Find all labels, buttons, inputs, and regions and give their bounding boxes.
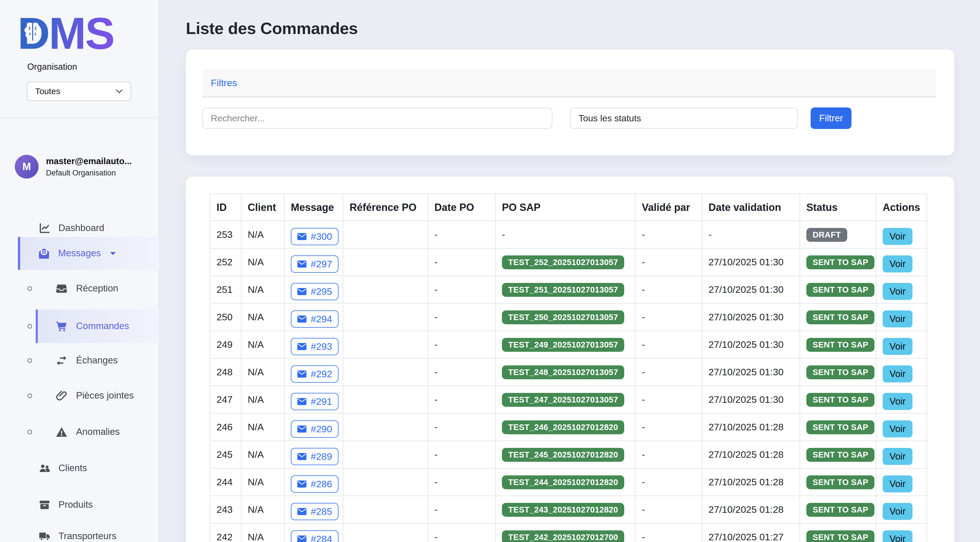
status-badge: SENT TO SAP [807, 503, 875, 517]
po-sap-badge: TEST_247_20251027013057 [502, 393, 624, 407]
message-button[interactable]: #294 [291, 311, 339, 328]
sidebar-item-dashboard[interactable]: Dashboard [0, 216, 159, 240]
cell-id: 243 [210, 496, 241, 523]
message-button[interactable]: #289 [291, 448, 339, 465]
message-button[interactable]: #284 [291, 530, 339, 542]
cell-date-validation: 27/10/2025 01:30 [702, 248, 800, 276]
cell-valide-par: - [635, 303, 702, 331]
sidebar-item-reception[interactable]: Réception [0, 277, 159, 301]
filters-toggle-link[interactable]: Filtres [211, 78, 237, 89]
bullet-icon [27, 286, 32, 291]
cell-actions: Voir [876, 468, 927, 496]
cell-message: #295 [284, 276, 343, 303]
cell-message: #300 [284, 221, 343, 248]
voir-button[interactable]: Voir [883, 365, 912, 382]
message-button[interactable]: #293 [291, 338, 339, 355]
sidebar-item-label: Dashboard [59, 222, 104, 233]
envelope-icon [297, 508, 307, 515]
column-header-po-sap: PO SAP [495, 194, 635, 221]
bullet-icon [27, 358, 32, 363]
cell-status: DRAFT [800, 221, 876, 248]
message-button[interactable]: #285 [291, 503, 339, 520]
orders-table: IDClientMessageRéférence PODate POPO SAP… [210, 193, 927, 542]
cell-date-po: - [428, 386, 495, 413]
cell-date-po: - [428, 468, 495, 496]
message-button[interactable]: #286 [291, 475, 339, 493]
cell-date-validation: 27/10/2025 01:28 [702, 496, 800, 523]
message-button[interactable]: #290 [291, 420, 339, 438]
cell-id: 245 [210, 441, 241, 468]
cell-actions: Voir [876, 496, 927, 523]
sidebar-item-commandes[interactable]: Commandes [0, 309, 159, 343]
table-header-row: IDClientMessageRéférence PODate POPO SAP… [210, 194, 927, 221]
cell-actions: Voir [876, 523, 927, 542]
message-button[interactable]: #292 [291, 365, 339, 383]
voir-button[interactable]: Voir [883, 420, 912, 437]
cell-id: 244 [210, 468, 241, 496]
cell-status: SENT TO SAP [800, 331, 876, 358]
table-row: 252N/A#297-TEST_252_20251027013057-27/10… [210, 248, 927, 276]
cell-client: N/A [241, 221, 284, 248]
table-row: 246N/A#290-TEST_246_20251027012820-27/10… [210, 413, 927, 441]
voir-button[interactable]: Voir [883, 338, 912, 355]
message-button[interactable]: #297 [291, 255, 339, 273]
sidebar-item-transporteurs[interactable]: Transporteurs [0, 525, 159, 542]
cell-po-sap: TEST_252_20251027013057 [495, 248, 635, 276]
message-button[interactable]: #300 [291, 228, 339, 245]
truck-icon [38, 530, 51, 542]
sidebar-item-clients[interactable]: Clients [0, 456, 159, 480]
cell-date-validation: 27/10/2025 01:28 [702, 413, 800, 441]
status-badge: SENT TO SAP [807, 475, 875, 489]
orders-table-card: IDClientMessageRéférence PODate POPO SAP… [186, 177, 954, 542]
filter-button[interactable]: Filtrer [811, 108, 851, 129]
voir-button[interactable]: Voir [883, 475, 912, 492]
envelope-icon [297, 315, 307, 323]
cell-message: #289 [284, 441, 343, 468]
column-header-message: Message [284, 194, 343, 221]
voir-button[interactable]: Voir [883, 393, 912, 410]
sidebar-item-anomalies[interactable]: Anomalies [0, 420, 159, 444]
cell-id: 247 [210, 386, 241, 413]
message-button[interactable]: #291 [291, 393, 339, 410]
sidebar-item-messages[interactable]: Messages [0, 237, 159, 270]
cell-message: #290 [284, 413, 343, 441]
sidebar-item-label: Anomalies [76, 426, 120, 437]
envelope-icon [297, 233, 307, 240]
po-sap-badge: TEST_252_20251027013057 [502, 255, 624, 269]
cart-icon [56, 320, 68, 332]
cell-valide-par: - [635, 358, 702, 386]
sidebar-item-echanges[interactable]: Échanges [0, 349, 159, 372]
sidebar-item-produits[interactable]: Produits [0, 493, 159, 517]
cell-date-validation: - [702, 221, 800, 248]
cell-id: 251 [210, 276, 241, 303]
voir-button[interactable]: Voir [883, 503, 912, 520]
voir-button[interactable]: Voir [883, 311, 912, 327]
cell-status: SENT TO SAP [800, 386, 876, 413]
cell-date-validation: 27/10/2025 01:28 [702, 441, 800, 468]
filters-card: Filtres Tous les statuts Filtrer [186, 50, 954, 155]
table-row: 250N/A#294-TEST_250_20251027013057-27/10… [210, 303, 927, 331]
message-button[interactable]: #295 [291, 283, 339, 300]
cell-id: 248 [210, 358, 241, 386]
cell-date-po: - [428, 358, 495, 386]
po-sap-badge: TEST_244_20251027012820 [502, 475, 624, 489]
filters-card-header[interactable]: Filtres [202, 69, 936, 97]
status-badge: SENT TO SAP [807, 530, 875, 542]
filters-form: Tous les statuts Filtrer [202, 108, 936, 129]
sidebar-item-label: Pièces jointes [76, 390, 134, 401]
cell-actions: Voir [876, 221, 927, 248]
voir-button[interactable]: Voir [883, 530, 912, 542]
voir-button[interactable]: Voir [883, 283, 912, 300]
status-select[interactable]: Tous les statuts [570, 108, 798, 129]
envelope-icon [297, 425, 307, 433]
search-input[interactable] [202, 108, 552, 129]
voir-button[interactable]: Voir [883, 228, 912, 245]
cell-valide-par: - [635, 331, 702, 358]
sidebar-item-label: Produits [59, 499, 93, 510]
sidebar-item-pieces-jointes[interactable]: Pièces jointes [0, 384, 159, 407]
voir-button[interactable]: Voir [883, 448, 912, 465]
cell-po-sap: TEST_248_20251027013057 [495, 358, 635, 386]
box-icon [38, 499, 51, 511]
cell-po-sap: TEST_251_20251027013057 [495, 276, 635, 303]
voir-button[interactable]: Voir [883, 255, 912, 273]
